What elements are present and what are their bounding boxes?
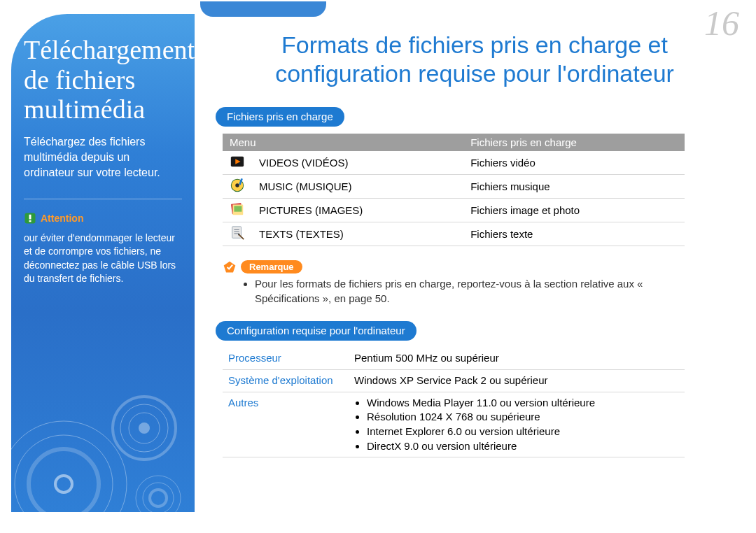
remark-label: Remarque: [241, 260, 302, 273]
table-row: MUSIC (MUSIQUE) Fichiers musique: [223, 174, 685, 198]
svg-point-18: [235, 183, 239, 187]
page-title: Formats de fichiers pris en charge et co…: [216, 31, 734, 89]
sidebar-intro: Téléchargez des fichiers multimédia depu…: [24, 134, 182, 180]
svg-point-6: [55, 476, 72, 492]
video-icon: [223, 151, 252, 175]
page-top-tab: [200, 1, 326, 17]
table-row: TEXTS (TEXTES) Fichiers texte: [223, 222, 685, 246]
remark-text: Pour les formats de fichiers pris en cha…: [255, 277, 685, 306]
menu-label: VIDEOS (VIDÉOS): [252, 151, 463, 175]
req-label-processor: Processeur: [223, 348, 349, 369]
attention-icon: [24, 212, 36, 225]
system-requirements-table: Processeur Pentium 500 MHz ou supérieur …: [223, 348, 685, 457]
attention-body: our éviter d'endommager le lecteur et de…: [24, 232, 182, 285]
texts-icon: [223, 222, 252, 246]
table-row: PICTURES (IMAGES) Fichiers image et phot…: [223, 198, 685, 222]
attention-label: Attention: [41, 213, 83, 224]
remark-box: Remarque Pour les formats de fichiers pr…: [223, 260, 685, 306]
other-item: DirectX 9.0 ou version ultérieure: [367, 439, 679, 454]
svg-point-11: [136, 476, 181, 512]
svg-point-9: [129, 413, 160, 443]
req-value-other: Windows Media Player 11.0 ou version ult…: [349, 392, 685, 457]
svg-point-3: [11, 421, 127, 512]
section-pill-system-requirements: Configuration requise pour l'ordinateur: [216, 321, 416, 341]
table-row: Système d'exploitation Windows XP Servic…: [223, 370, 685, 392]
other-item: Internet Explorer 6.0 ou version ultérie…: [367, 425, 679, 439]
supported-value: Fichiers musique: [463, 174, 685, 198]
svg-point-12: [143, 483, 174, 512]
supported-value: Fichiers vidéo: [463, 151, 685, 175]
sidebar-title: Téléchargement de fichiers multimédia: [24, 35, 182, 125]
req-value-processor: Pentium 500 MHz ou supérieur: [349, 348, 685, 369]
th-menu: Menu: [223, 134, 463, 151]
attention-header: Attention: [24, 212, 182, 225]
svg-marker-28: [224, 262, 236, 273]
svg-rect-22: [234, 206, 241, 211]
svg-point-10: [139, 422, 150, 434]
remark-icon: [223, 260, 237, 274]
table-row: Processeur Pentium 500 MHz ou supérieur: [223, 348, 685, 369]
req-value-os: Windows XP Service Pack 2 ou supérieur: [349, 370, 685, 392]
sidebar-circle-decoration: [11, 323, 195, 512]
svg-point-13: [150, 490, 167, 506]
svg-point-8: [120, 404, 168, 452]
svg-rect-2: [29, 220, 31, 222]
section-pill-supported-files: Fichiers pris en charge: [216, 107, 344, 127]
svg-point-4: [15, 435, 113, 512]
supported-files-table: Menu Fichiers pris en charge VIDEOS (VID…: [223, 134, 685, 246]
menu-label: PICTURES (IMAGES): [252, 198, 463, 222]
music-icon: [223, 174, 252, 198]
supported-value: Fichiers texte: [463, 222, 685, 246]
other-item: Windows Media Player 11.0 ou version ult…: [367, 396, 679, 411]
sidebar-divider: [24, 199, 182, 199]
table-row: VIDEOS (VIDÉOS) Fichiers vidéo: [223, 151, 685, 175]
pictures-icon: [223, 198, 252, 222]
table-row: Autres Windows Media Player 11.0 ou vers…: [223, 392, 685, 457]
menu-label: TEXTS (TEXTES): [252, 222, 463, 246]
req-label-os: Système d'exploitation: [223, 370, 349, 392]
svg-point-7: [113, 397, 176, 460]
svg-rect-1: [29, 215, 31, 220]
sidebar: Téléchargement de fichiers multimédia Té…: [11, 14, 195, 512]
th-supported: Fichiers pris en charge: [463, 134, 685, 151]
supported-value: Fichiers image et photo: [463, 198, 685, 222]
menu-label: MUSIC (MUSIQUE): [252, 174, 463, 198]
svg-point-5: [29, 449, 99, 512]
main-content: Formats de fichiers pris en charge et co…: [216, 31, 734, 457]
other-item: Résolution 1024 X 768 ou supérieure: [367, 410, 679, 425]
req-label-other: Autres: [223, 392, 349, 457]
